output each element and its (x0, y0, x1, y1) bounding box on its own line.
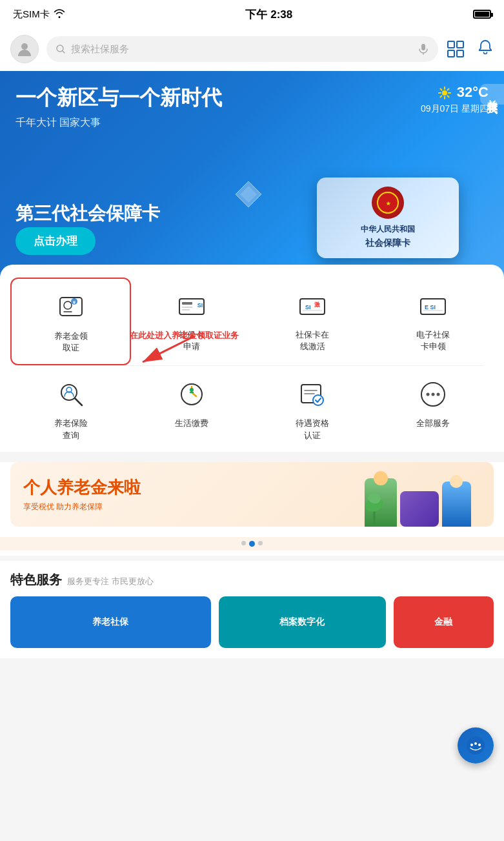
pension-query-icon-wrap (53, 376, 89, 412)
svg-point-0 (21, 43, 28, 50)
svg-text:SI: SI (197, 302, 203, 309)
emblem-icon: ★ (376, 191, 399, 214)
promo-main-text: 个人养老金来啦 (23, 476, 141, 499)
service-grid-row1: ¥ 养老金领 取证 SI 社保卡 申请 (10, 278, 494, 365)
search-box[interactable]: 搜索社保服务 (46, 36, 438, 62)
svg-point-50 (427, 393, 430, 396)
electronic-icon-wrap: E SI (415, 288, 451, 324)
notification-icon[interactable] (477, 39, 494, 56)
scan-icon[interactable] (446, 39, 465, 59)
svg-point-8 (442, 90, 447, 96)
elder-mode-tab[interactable]: 长辈模式 (480, 84, 504, 105)
hero-main-title: 一个新区与一个新时代 (15, 84, 222, 112)
sun-icon (438, 86, 451, 99)
social-card-icon-wrap: SI (174, 288, 210, 324)
svg-rect-5 (457, 41, 463, 48)
weather-temp: 32°C (421, 84, 489, 101)
apply-button[interactable]: 点击办理 (15, 227, 96, 255)
search-icon (55, 44, 66, 54)
decorative-diamonds (232, 178, 265, 213)
featured-card-3-label: 金融 (434, 616, 452, 628)
avatar[interactable] (10, 35, 39, 63)
scroll-dots (0, 537, 504, 551)
pension-cert-icon: ¥ (55, 291, 87, 323)
svg-point-56 (467, 736, 485, 755)
electronic-icon: E SI (417, 290, 449, 322)
search-area: 搜索社保服务 (0, 28, 504, 71)
featured-card-1-label: 养老社保 (92, 616, 128, 628)
chatbot-icon (465, 735, 486, 756)
featured-section: 特色服务 服务更专注 市民更放心 养老社保 档案数字化 金融 (0, 561, 504, 658)
svg-line-13 (440, 89, 441, 90)
svg-text:★: ★ (386, 201, 391, 207)
hero-subtitle: 千年大计 国家大事 (15, 116, 222, 130)
svg-point-59 (478, 744, 481, 746)
promo-section: 个人养老金来啦 享受税优 助力养老保障 (0, 462, 504, 556)
service-item-benefit-cert[interactable]: 待遇资格 认证 (252, 366, 373, 451)
chatbot-fab[interactable] (458, 727, 494, 764)
carrier-text: 无SIM卡 (13, 8, 50, 21)
weather-date: 09月07日 星期四 (421, 103, 489, 115)
service-item-life-payment[interactable]: 生活缴费 (131, 366, 252, 451)
mic-icon[interactable] (418, 43, 429, 55)
service-label-activate: 社保卡在 线激活 (296, 329, 329, 352)
plant-deco (361, 485, 387, 527)
promo-text: 个人养老金来啦 享受税优 助力养老保障 (23, 476, 141, 512)
header-actions (446, 39, 494, 59)
service-label-social-card: 社保卡 申请 (179, 329, 204, 352)
svg-line-16 (440, 96, 441, 97)
svg-rect-27 (182, 302, 192, 305)
service-item-activate[interactable]: SI 激 社保卡在 线激活 (252, 278, 373, 365)
service-item-all[interactable]: 全部服务 (373, 366, 494, 451)
search-placeholder: 搜索社保服务 (71, 43, 412, 56)
service-label-pension-cert: 养老金领 取证 (54, 330, 88, 354)
svg-line-40 (75, 398, 82, 405)
activate-icon-wrap: SI 激 (294, 288, 330, 324)
service-item-social-card[interactable]: SI 社保卡 申请 (131, 278, 252, 365)
life-payment-icon-wrap (174, 376, 210, 412)
svg-point-22 (64, 301, 72, 309)
hero-title-area: 一个新区与一个新时代 千年大计 国家大事 (15, 84, 222, 130)
social-card-image: ★ 中华人民共和国 社会保障卡 (317, 177, 459, 258)
hero-weather: 一个新区与一个新时代 千年大计 国家大事 32°C 09月07日 星期四 (15, 84, 489, 130)
activate-icon: SI 激 (296, 290, 328, 322)
service-label-benefit-cert: 待遇资格 认证 (296, 418, 329, 441)
service-grid-row2: 养老保险 查询 生活缴费 (10, 366, 494, 451)
featured-card-1[interactable]: 养老社保 (10, 596, 211, 648)
featured-card-2-label: 档案数字化 (279, 616, 325, 628)
featured-card-3[interactable]: 金融 (394, 596, 494, 648)
hero-banner: 一个新区与一个新时代 千年大计 国家大事 32°C 09月07日 星期四 (0, 71, 504, 278)
svg-rect-2 (421, 44, 425, 50)
service-item-electronic[interactable]: E SI 电子社保 卡申领 (373, 278, 494, 365)
wifi-icon (54, 9, 65, 20)
svg-point-51 (432, 393, 435, 396)
benefit-cert-icon-wrap (294, 376, 330, 412)
banner-card-title: 第三代社会保障卡 (15, 201, 160, 226)
service-section: ¥ 养老金领 取证 SI 社保卡 申请 (0, 265, 504, 452)
national-emblem: ★ (372, 187, 404, 219)
svg-text:激: 激 (314, 301, 321, 308)
featured-header: 特色服务 服务更专注 市民更放心 (10, 571, 494, 589)
dot-2-active (249, 541, 255, 547)
promo-banner[interactable]: 个人养老金来啦 享受税优 助力养老保障 (10, 462, 494, 527)
service-item-pension-cert[interactable]: ¥ 养老金领 取证 (10, 278, 131, 365)
svg-text:¥: ¥ (72, 299, 76, 305)
dot-1 (241, 541, 246, 545)
svg-line-14 (447, 96, 449, 97)
svg-point-57 (470, 744, 473, 746)
status-left: 无SIM卡 (13, 8, 65, 21)
svg-rect-6 (448, 50, 454, 57)
featured-card-2[interactable]: 档案数字化 (219, 596, 386, 648)
plant-icon (361, 485, 387, 524)
card-country: 中华人民共和国 (327, 224, 449, 235)
service-label-pension-query: 养老保险 查询 (54, 418, 88, 441)
svg-text:SI: SI (305, 304, 311, 310)
pension-query-icon (55, 378, 87, 410)
featured-cards: 养老社保 档案数字化 金融 (10, 596, 494, 648)
status-right (473, 10, 491, 19)
service-item-pension-query[interactable]: 养老保险 查询 (10, 366, 131, 451)
user-icon (16, 41, 33, 57)
svg-point-58 (474, 742, 477, 745)
battery-icon (473, 10, 491, 19)
pension-cert-icon-wrap: ¥ (53, 289, 89, 325)
